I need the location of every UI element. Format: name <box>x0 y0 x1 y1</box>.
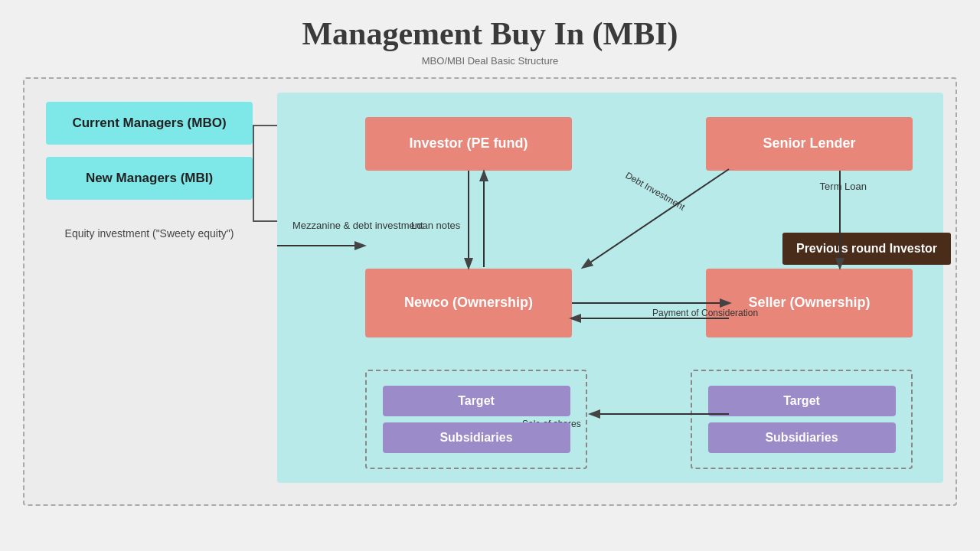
loan-notes-label: Loan notes <box>411 219 460 233</box>
investor-pe-box: Investor (PE fund) <box>365 117 572 171</box>
page-subtitle: MBO/MBI Deal Basic Structure <box>422 55 558 67</box>
left-panel: Current Managers (MBO) New Managers (MBI… <box>38 102 260 469</box>
term-loan-label: Term Loan <box>820 181 867 192</box>
subsidiaries-left-box: Subsidiaries <box>383 422 570 453</box>
diagram-area: Investor (PE fund) Senior Lender Newco (… <box>277 93 943 483</box>
debt-investment-label: Debt Investment <box>623 169 688 214</box>
equity-text: Equity investment ("Sweety equity") <box>65 226 234 242</box>
newco-box: Newco (Ownership) <box>365 269 572 337</box>
mezzanine-label: Mezzanine & debt investment <box>292 219 423 233</box>
previous-round-investor-box: Previous round Investor <box>782 233 951 265</box>
target-subsidiaries-left-group: Target Subsidiaries <box>365 370 587 469</box>
subsidiaries-right-box: Subsidiaries <box>708 422 896 453</box>
target-subsidiaries-right-group: Target Subsidiaries <box>691 370 913 469</box>
seller-box: Seller (Ownership) <box>706 269 913 337</box>
target-right-box: Target <box>708 386 896 416</box>
senior-lender-box: Senior Lender <box>706 117 913 171</box>
main-diagram-container: Current Managers (MBO) New Managers (MBI… <box>23 77 957 506</box>
payment-label: Payment of Consideration <box>652 307 758 320</box>
svg-line-2 <box>583 169 729 267</box>
current-managers-box: Current Managers (MBO) <box>46 102 253 145</box>
new-managers-box: New Managers (MBI) <box>46 157 253 200</box>
target-left-box: Target <box>383 386 570 416</box>
page-title: Management Buy In (MBI) <box>302 15 678 52</box>
